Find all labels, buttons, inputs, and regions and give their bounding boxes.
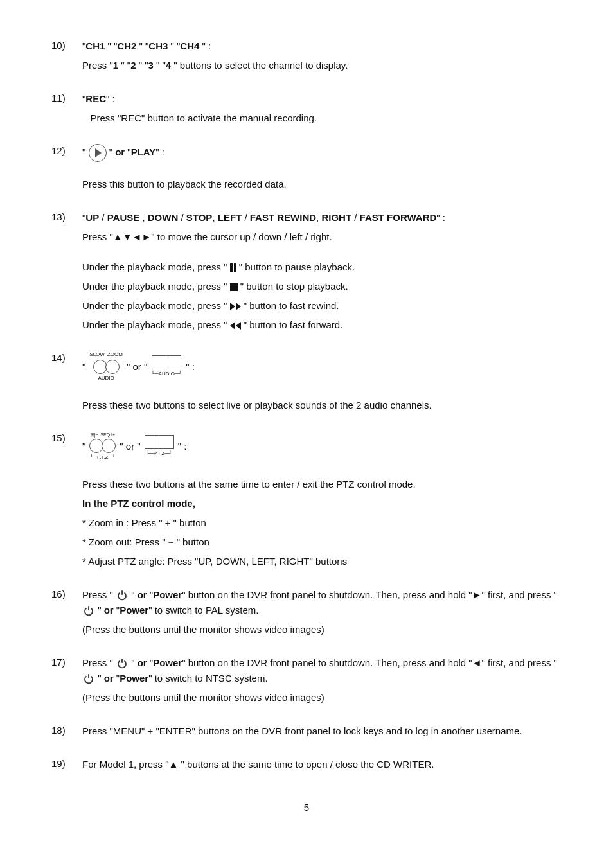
item-18: 18) Press "MENU" + "ENTER" buttons on th… xyxy=(51,723,562,743)
page-number: 5 xyxy=(304,802,309,813)
item-body-13: "UP / PAUSE , DOWN / STOP, LEFT / FAST R… xyxy=(82,210,562,337)
item-num-19: 19) xyxy=(51,757,82,769)
item-13-ff: Under the playback mode, press " " butto… xyxy=(82,298,562,314)
stop-icon xyxy=(230,283,238,291)
item-15-zoom-out: * Zoom out: Press " − " button xyxy=(82,535,562,550)
power-icon-17a xyxy=(116,657,129,670)
item-body-19: For Model 1, press "▲ " buttons at the s… xyxy=(82,757,562,776)
item-body-14: " SLOWZOOM AUDIO " or " └─AUDIO─┘ " : Pr… xyxy=(82,351,562,417)
item-19: 19) For Model 1, press "▲ " buttons at t… xyxy=(51,757,562,776)
rewind-icon xyxy=(230,322,241,330)
item-16-note: (Press the buttons until the monitor sho… xyxy=(82,622,562,637)
item-num-18: 18) xyxy=(51,723,82,736)
item-15-line2: Press these two buttons at the same time… xyxy=(82,477,562,492)
item-num-11: 11) xyxy=(51,91,82,103)
item-13: 13) "UP / PAUSE , DOWN / STOP, LEFT / FA… xyxy=(51,210,562,337)
item-num-13: 13) xyxy=(51,210,82,222)
item-body-12: " " or "PLAY" : Press this button to pla… xyxy=(82,144,562,196)
item-12: 12) " " or "PLAY" : Press this button to… xyxy=(51,144,562,196)
item-11-line2: Press "REC" button to activate the manua… xyxy=(82,111,562,126)
ptz-double-circle-icon: ⊞|− SEQ.I+ └─P.T.Z─┘ xyxy=(89,431,116,462)
item-14-line1: " SLOWZOOM AUDIO " or " └─AUDIO─┘ " : xyxy=(82,351,562,383)
item-14: 14) " SLOWZOOM AUDIO " or " └─AUDIO─┘ " … xyxy=(51,351,562,417)
item-num-17: 17) xyxy=(51,655,82,668)
item-15-adjust: * Adjust PTZ angle: Press "UP, DOWN, LEF… xyxy=(82,554,562,569)
item-15-zoom-in: * Zoom in : Press " + " button xyxy=(82,515,562,531)
item-num-14: 14) xyxy=(51,351,82,363)
item-15-line1: " ⊞|− SEQ.I+ └─P.T.Z─┘ " or " └─P.T.Z─┘ … xyxy=(82,431,562,462)
item-17-line1: Press " " or "Power" button on the DVR f… xyxy=(82,655,562,686)
item-13-pause: Under the playback mode, press " " butto… xyxy=(82,260,562,275)
item-body-16: Press " " or "Power" button on the DVR f… xyxy=(82,587,562,641)
item-10-line1: "CH1 " "CH2 " "CH3 " "CH4 " : xyxy=(82,39,562,54)
item-12-line1: " " or "PLAY" : xyxy=(82,144,562,162)
item-num-12: 12) xyxy=(51,144,82,156)
item-18-line1: Press "MENU" + "ENTER" buttons on the DV… xyxy=(82,723,562,739)
item-10: 10) "CH1 " "CH2 " "CH3 " "CH4 " : Press … xyxy=(51,39,562,77)
item-13-line1: "UP / PAUSE , DOWN / STOP, LEFT / FAST R… xyxy=(82,210,562,226)
play-circle-icon xyxy=(89,144,107,162)
item-num-10: 10) xyxy=(51,39,82,51)
item-11: 11) "REC" : Press "REC" button to activa… xyxy=(51,91,562,130)
item-11-line1: "REC" : xyxy=(82,91,562,107)
audio-double-circle-icon: SLOWZOOM AUDIO xyxy=(89,351,123,383)
item-10-line2: Press "1 " "2 " "3 " "4 " buttons to sel… xyxy=(82,58,562,73)
item-13-stop: Under the playback mode, press " " butto… xyxy=(82,279,562,294)
item-16: 16) Press " " or "Power" button on the D… xyxy=(51,587,562,641)
power-icon-17b xyxy=(82,673,95,686)
item-body-18: Press "MENU" + "ENTER" buttons on the DV… xyxy=(82,723,562,743)
item-13-line2: Press "" to move the cursor up / down / … xyxy=(82,229,562,245)
item-num-15: 15) xyxy=(51,431,82,443)
item-17: 17) Press " " or "Power" button on the D… xyxy=(51,655,562,709)
item-body-11: "REC" : Press "REC" button to activate t… xyxy=(82,91,562,130)
pause-icon xyxy=(230,263,236,272)
item-14-line2: Press these two buttons to select live o… xyxy=(82,398,562,413)
item-15: 15) " ⊞|− SEQ.I+ └─P.T.Z─┘ " or " └─P.T.… xyxy=(51,431,562,573)
item-body-17: Press " " or "Power" button on the DVR f… xyxy=(82,655,562,709)
item-19-line1: For Model 1, press "▲ " buttons at the s… xyxy=(82,757,562,772)
item-num-16: 16) xyxy=(51,587,82,599)
power-icon-16a xyxy=(116,589,129,602)
audio-box-icon: └─AUDIO─┘ xyxy=(151,355,182,378)
item-body-15: " ⊞|− SEQ.I+ └─P.T.Z─┘ " or " └─P.T.Z─┘ … xyxy=(82,431,562,573)
item-12-line2: Press this button to playback the record… xyxy=(82,177,562,192)
page-content: 10) "CH1 " "CH2 " "CH3 " "CH4 " : Press … xyxy=(51,39,562,813)
power-icon-16b xyxy=(82,605,95,617)
item-16-line1: Press " " or "Power" button on the DVR f… xyxy=(82,587,562,618)
fastforward-icon xyxy=(230,303,241,310)
item-13-rw: Under the playback mode, press " " butto… xyxy=(82,317,562,333)
page-footer: 5 xyxy=(51,802,562,813)
ptz-box-icon: └─P.T.Z─┘ xyxy=(145,435,174,458)
item-17-note: (Press the buttons until the monitor sho… xyxy=(82,690,562,705)
item-15-ptz-header: In the PTZ control mode, xyxy=(82,496,562,511)
item-body-10: "CH1 " "CH2 " "CH3 " "CH4 " : Press "1 "… xyxy=(82,39,562,77)
